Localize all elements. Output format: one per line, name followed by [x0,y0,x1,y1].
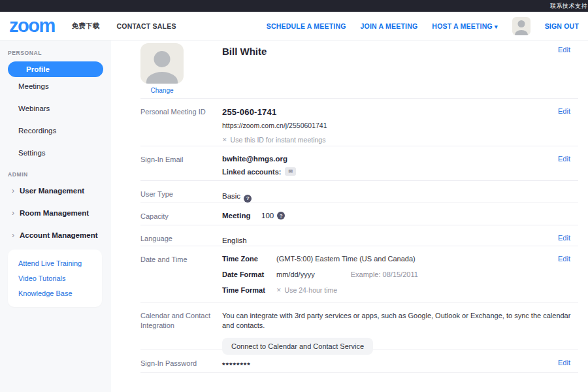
edit-date-time-link[interactable]: Edit [558,255,570,302]
row-label: User Type [140,189,222,203]
sign-in-password-row: Sign-In Password ******** Edit [140,350,578,373]
avatar-head-shape [154,51,171,67]
edit-language-link[interactable]: Edit [558,234,570,246]
edit-password-link[interactable]: Edit [558,359,570,372]
capacity-meeting-label: Meeting [222,212,261,220]
profile-header-row: Change Bill White Edit [140,41,578,99]
row-label: Sign-In Email [140,155,222,180]
free-download-link[interactable]: 免费下载 [72,22,100,31]
capacity-value: 100 [261,212,274,220]
sidebar-item-meetings[interactable]: Meetings [8,78,103,94]
user-type-row: User Type Basic? [140,181,578,203]
support-link[interactable]: 联系技术支持 [550,2,588,10]
contact-sales-link[interactable]: CONTACT SALES [117,22,176,30]
sidebar-item-label: Account Management [20,231,98,239]
date-format-value: mm/dd/yyyy [276,270,315,278]
sidebar-item-account-management[interactable]: › Account Management [8,227,103,243]
account-avatar[interactable] [512,17,531,35]
avatar-body-shape [146,72,178,84]
sidebar: PERSONAL Profile Meetings Webinars Recor… [0,41,111,392]
edit-pmi-link[interactable]: Edit [558,107,570,146]
time-zone-label: Time Zone [222,255,276,263]
row-label: Date and Time [140,255,222,302]
host-meeting-label: HOST A MEETING [432,22,492,30]
topbar: 联系技术支持 [0,0,588,12]
host-meeting-link[interactable]: HOST A MEETING ▾ [432,22,497,30]
sidebar-links-card: Attend Live Training Video Tutorials Kno… [8,250,102,307]
cross-icon[interactable]: ✕ [222,137,227,143]
zoom-logo[interactable]: zoom [9,16,55,35]
date-format-example: Example: 08/15/2011 [351,270,418,278]
join-meeting-link[interactable]: JOIN A MEETING [361,22,418,30]
chevron-right-icon: › [12,187,14,195]
personal-heading: PERSONAL [0,50,111,60]
calendar-integration-row: Calendar and Contact Integration You can… [140,302,578,350]
header: zoom 免费下载 CONTACT SALES SCHEDULE A MEETI… [0,12,588,41]
row-label: Sign-In Password [140,359,222,372]
help-icon[interactable]: ? [277,212,285,220]
sidebar-item-room-management[interactable]: › Room Management [8,205,103,221]
cross-icon[interactable]: ✕ [276,287,282,293]
change-avatar-link[interactable]: Change [140,87,184,94]
sidebar-item-label: User Management [20,187,84,195]
avatar-head-shape [517,20,525,27]
admin-heading: ADMIN [0,171,111,182]
personal-meeting-url[interactable]: https://zoom.com.cn/j/2550601741 [222,122,558,129]
personal-meeting-id: 255-060-1741 [222,107,558,117]
user-type-value: Basic [222,192,240,200]
avatar-body-shape [515,30,528,35]
date-format-label: Date Format [222,270,276,278]
instant-meeting-option: ✕ Use this ID for instant meetings [222,136,558,144]
sidebar-item-label: Room Management [20,209,89,217]
password-masked-value: ******** [222,361,251,369]
knowledge-base-link[interactable]: Knowledge Base [18,289,91,297]
sidebar-item-user-management[interactable]: › User Management [8,183,103,199]
attend-live-training-link[interactable]: Attend Live Training [18,259,91,267]
instant-meeting-label: Use this ID for instant meetings [231,136,326,144]
date-time-row: Date and Time Time Zone (GMT-5:00) Easte… [140,246,578,302]
personal-meeting-id-row: Personal Meeting ID 255-060-1741 https:/… [140,99,578,146]
email-icon[interactable]: ✉ [285,167,296,176]
chevron-right-icon: › [12,231,14,239]
capacity-row: Capacity Meeting 100? [140,203,578,225]
profile-avatar[interactable] [140,43,184,84]
sidebar-item-recordings[interactable]: Recordings [8,123,103,139]
caret-down-icon: ▾ [495,24,498,30]
24-hour-option: ✕ Use 24-hour time [276,286,337,294]
row-label: Language [140,234,222,246]
video-tutorials-link[interactable]: Video Tutorials [18,274,91,282]
main-content: Change Bill White Edit Personal Meeting … [111,41,588,392]
row-label: Capacity [140,212,222,225]
sign-out-link[interactable]: SIGN OUT [545,22,579,30]
language-row: Language English Edit [140,225,578,246]
schedule-meeting-link[interactable]: SCHEDULE A MEETING [267,22,346,30]
language-value: English [222,237,247,244]
chevron-right-icon: › [12,209,14,217]
sidebar-item-webinars[interactable]: Webinars [8,101,103,116]
sign-in-email-row: Sign-In Email bwhite@hmgs.org Linked acc… [140,146,578,181]
24-hour-label: Use 24-hour time [285,286,338,294]
help-icon[interactable]: ? [244,195,252,203]
linked-accounts-label: Linked accounts: [222,168,281,176]
edit-email-link[interactable]: Edit [558,155,570,180]
time-zone-value: (GMT-5:00) Eastern Time (US and Canada) [276,255,416,263]
profile-name: Bill White [222,41,578,57]
sidebar-item-profile[interactable]: Profile [8,61,103,77]
edit-profile-link[interactable]: Edit [558,46,570,54]
sidebar-item-settings[interactable]: Settings [8,145,103,161]
row-label: Personal Meeting ID [140,107,222,146]
sign-in-email-value: bwhite@hmgs.org [222,155,558,163]
time-format-label: Time Format [222,286,276,294]
calendar-description: You can integrate with 3rd party service… [222,311,578,331]
row-label: Calendar and Contact Integration [140,311,222,350]
